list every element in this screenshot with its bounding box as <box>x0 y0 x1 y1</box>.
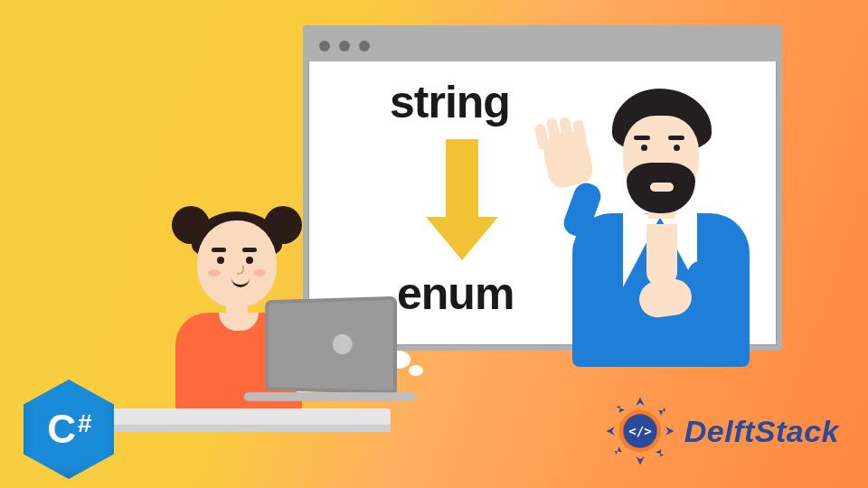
csharp-badge-icon: C# <box>24 380 114 479</box>
svg-marker-6 <box>606 427 614 435</box>
window-titlebar <box>308 31 777 61</box>
delftstack-wordmark: DelftStack <box>684 414 839 449</box>
window-dot <box>339 41 350 52</box>
illustration-desk-edge <box>78 425 391 432</box>
label-enum: enum <box>397 267 514 320</box>
label-string: string <box>390 76 510 128</box>
svg-marker-4 <box>636 456 644 465</box>
arrow-down-icon <box>446 139 478 257</box>
window-dot <box>359 41 370 52</box>
window-dot <box>319 41 330 52</box>
svg-marker-5 <box>615 446 622 455</box>
csharp-hash: # <box>78 409 92 438</box>
thought-bubble-dot <box>409 365 423 376</box>
delftstack-medallion-icon: </> <box>605 396 675 466</box>
tutorial-hero-image: string enum <box>0 0 868 488</box>
svg-marker-0 <box>636 398 644 406</box>
csharp-letter: C <box>47 407 76 452</box>
delftstack-logo: </> DelftStack <box>605 396 839 466</box>
illustration-laptop <box>244 298 407 425</box>
illustration-man <box>533 89 768 351</box>
svg-marker-3 <box>656 449 664 456</box>
svg-marker-1 <box>658 407 665 415</box>
illustration-desk <box>78 408 391 425</box>
code-glyph: </> <box>628 424 651 438</box>
svg-marker-2 <box>665 427 674 435</box>
svg-marker-7 <box>616 406 624 413</box>
